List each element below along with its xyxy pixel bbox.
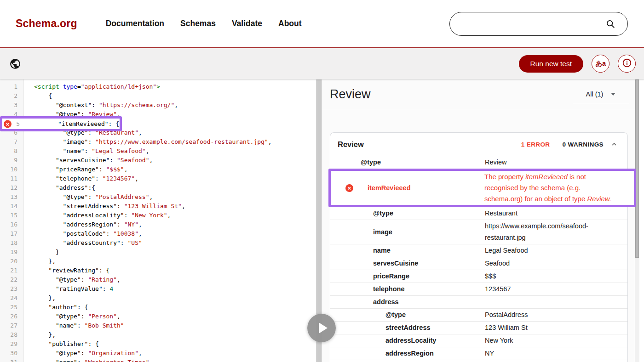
results-header: Review All (1) (322, 79, 639, 110)
code-line[interactable]: 15 "addressLocality": "New York", (0, 211, 316, 220)
nav-item-validate[interactable]: Validate (232, 19, 262, 28)
code-line[interactable]: 28 }, (0, 330, 316, 339)
code-text: { (34, 92, 52, 99)
code-line[interactable]: 30 "@type": "Organization", (0, 349, 316, 358)
code-text: "@type": "PostalAddress", (34, 193, 153, 200)
line-number: 23 (0, 284, 17, 294)
code-line[interactable]: 25 "author": { (0, 303, 316, 312)
property-name: priceRange (330, 270, 485, 283)
code-line[interactable]: 26 "@type": "Person", (0, 312, 316, 321)
code-line[interactable]: 27 "name": "Bob Smith" (0, 321, 316, 330)
globe-icon[interactable] (9, 58, 21, 70)
code-line[interactable]: 22 "@type": "Rating", (0, 275, 316, 284)
search-input[interactable] (460, 20, 605, 28)
property-name: @type (330, 207, 485, 220)
property-value: New York (485, 334, 601, 347)
error-message: The property itemRevieeed is notrecognis… (484, 171, 611, 204)
code-line[interactable]: 3 "@context": "https://schema.org/", (0, 101, 316, 110)
code-line[interactable]: 16 "addressRegion": "NY", (0, 220, 316, 229)
code-line[interactable]: 18 "addressCountry": "US" (0, 238, 316, 248)
code-line[interactable]: 10 "priceRange": "$$$", (0, 165, 316, 174)
table-row: imagehttps://www.example.com/seafood-res… (330, 220, 627, 244)
code-text: }, (34, 294, 56, 301)
code-text: "name": "Legal Seafood", (34, 147, 149, 154)
error-line-code: "itemRevieeed": { (36, 120, 119, 127)
code-line[interactable]: 12 "address":{ (0, 183, 316, 192)
nav-item-documentation[interactable]: Documentation (106, 19, 164, 28)
status-badges: 1 ERROR 0 WARNINGS (521, 141, 604, 148)
line-number: 17 (0, 229, 17, 238)
line-number: 8 (0, 147, 17, 156)
line-number: 1 (0, 82, 17, 91)
error-count-badge: 1 ERROR (521, 141, 550, 148)
property-name: servesCuisine (330, 257, 485, 270)
line-number: 29 (0, 339, 17, 349)
error-icon: × (345, 184, 353, 192)
code-line[interactable]: 21 "reviewRating": { (0, 266, 316, 275)
result-card: Review 1 ERROR 0 WARNINGS @typeReview×it… (330, 132, 628, 362)
code-editor-panel[interactable]: 1<script type="application/ld+json">2 {3… (0, 79, 316, 362)
main-nav: Documentation Schemas Validate About (106, 19, 302, 28)
property-name: postalCode (330, 360, 485, 362)
table-row: addressRegionNY (330, 347, 627, 360)
property-table: @typeReview×itemRevieeedThe property ite… (330, 156, 627, 362)
table-row: addressLocalityNew York (330, 334, 627, 347)
code-line[interactable]: 7 "image": "https://www.example.com/seaf… (0, 137, 316, 147)
line-number: 12 (0, 183, 17, 192)
code-line[interactable]: 2 { (0, 91, 316, 101)
code-line[interactable]: 31 "name": "Washington Times" (0, 358, 316, 362)
code-line[interactable]: 1<script type="application/ld+json"> (0, 82, 316, 91)
results-scrollbar[interactable] (635, 79, 639, 362)
property-name: addressRegion (330, 347, 485, 360)
code-line[interactable]: 13 "@type": "PostalAddress", (0, 192, 316, 202)
line-number: 28 (0, 330, 17, 339)
play-icon (319, 322, 328, 334)
main-area: 1<script type="application/ld+json">2 {3… (0, 79, 644, 362)
run-new-test-button[interactable]: Run new test (519, 55, 583, 73)
code-line[interactable]: 11 "telephone": "1234567", (0, 174, 316, 183)
line-number: 18 (0, 238, 17, 248)
line-number: 30 (0, 349, 17, 358)
schema-org-logo[interactable]: Schema.org (16, 17, 77, 30)
line-number: 15 (0, 211, 17, 220)
property-name: @type (330, 156, 485, 169)
table-row: priceRange$$$ (330, 270, 627, 283)
property-value: Review (485, 156, 601, 169)
collapse-card-button[interactable] (608, 138, 620, 150)
code-line[interactable]: 14 "streetAddress": "123 William St", (0, 202, 316, 211)
warning-count-badge: 0 WARNINGS (562, 141, 604, 148)
code-line[interactable]: 23 "ratingValue": 4 (0, 284, 316, 294)
line-number: 14 (0, 202, 17, 211)
property-value: 1234567 (485, 283, 601, 295)
nav-item-schemas[interactable]: Schemas (180, 19, 216, 28)
code-text: "addressRegion": "NY", (34, 221, 142, 228)
results-filter-dropdown[interactable]: All (1) (573, 90, 629, 104)
code-line[interactable]: 20 }, (0, 257, 316, 266)
line-number: 11 (0, 174, 17, 183)
property-name: name (330, 244, 485, 257)
code-line[interactable]: 9 "servesCuisine": "Seafood", (0, 156, 316, 165)
line-number: 24 (0, 294, 17, 303)
code-line[interactable]: 29 "publisher": { (0, 339, 316, 349)
language-button[interactable]: あa (592, 55, 610, 73)
code-line[interactable]: 17 "postalCode": "10038", (0, 229, 316, 238)
code-line[interactable]: 8 "name": "Legal Seafood", (0, 147, 316, 156)
search-box[interactable] (449, 12, 628, 36)
play-button[interactable] (307, 314, 336, 342)
property-value (485, 302, 601, 303)
error-highlight-line[interactable]: × 5 "itemRevieeed": { (0, 116, 122, 131)
nav-item-about[interactable]: About (278, 19, 302, 28)
property-value: Legal Seafood (485, 244, 601, 257)
code-text: } (34, 249, 59, 255)
code-text: "@type": "Person", (34, 313, 121, 320)
code-line[interactable]: 24 }, (0, 294, 316, 303)
info-button[interactable] (618, 55, 636, 73)
line-number: 20 (0, 257, 17, 266)
chevron-down-icon (611, 93, 615, 96)
code-line[interactable]: 19 } (0, 248, 316, 257)
property-value: Restaurant (485, 207, 601, 220)
search-icon[interactable] (605, 19, 615, 29)
code-text: }, (34, 331, 56, 338)
code-text: "image": "https://www.example.com/seafoo… (34, 138, 272, 145)
toolbar-actions: Run new test あa (519, 55, 636, 73)
